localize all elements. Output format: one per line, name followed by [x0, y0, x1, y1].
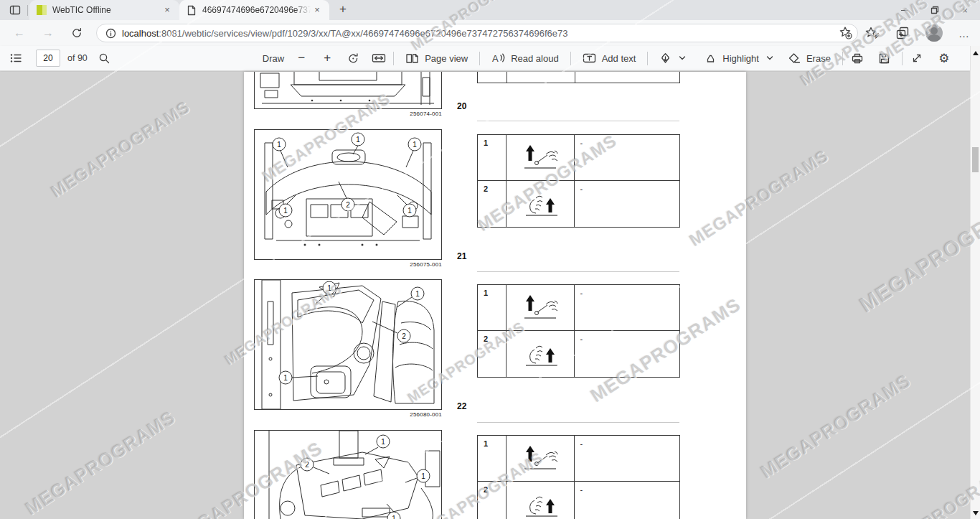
section-number: 21	[457, 251, 466, 261]
pdf-toolbar: of 90 − +	[0, 46, 970, 71]
search-button[interactable]	[95, 48, 115, 68]
tab-webtic[interactable]: WebTIC Offline ×	[29, 0, 179, 20]
read-aloud-button[interactable]: A Read aloud	[484, 48, 566, 68]
restore-icon	[930, 5, 940, 15]
url-path: :8081/webtic/services/view/pdf/1029/3/xx…	[159, 28, 567, 39]
tab-actions-icon	[9, 4, 21, 16]
table-row: 1 -	[478, 436, 679, 482]
refresh-icon	[71, 27, 83, 39]
figure-illustration: 2 1 1 1	[255, 431, 441, 519]
hand-lift-icon	[507, 482, 575, 519]
figure-256080: 1 1 2 1	[254, 279, 442, 410]
callout-label: 1	[381, 438, 385, 446]
step-table-20: 1 - 2	[477, 134, 680, 228]
collections-button[interactable]	[895, 26, 910, 40]
scrollbar-thumb[interactable]	[972, 147, 979, 172]
minimize-button[interactable]	[890, 0, 920, 20]
document-favicon-icon	[187, 5, 197, 15]
callout-label: 2	[305, 461, 309, 469]
toolbar-separator	[902, 52, 903, 65]
back-button[interactable]: ←	[9, 22, 30, 44]
callout-label: 1	[327, 284, 331, 292]
url-host: localhost	[122, 28, 159, 39]
tab-pdf[interactable]: 46697474696e6720496e737472756374696f6e73…	[179, 0, 329, 20]
highlight-label: Highlight	[722, 53, 759, 64]
section-number: 22	[457, 401, 466, 411]
rotate-icon	[347, 52, 359, 65]
toc-button[interactable]	[6, 48, 26, 68]
section-number: 20	[457, 101, 466, 111]
zoom-in-button[interactable]: +	[317, 48, 337, 68]
toolbar-separator	[393, 52, 394, 65]
search-icon	[98, 52, 110, 65]
close-button[interactable]: ×	[950, 0, 980, 20]
draw-options-chevron-icon[interactable]	[679, 55, 686, 61]
favorite-add-button[interactable]	[839, 26, 853, 40]
add-text-button[interactable]: Add text	[575, 48, 644, 68]
profile-avatar[interactable]	[925, 24, 943, 42]
forward-button[interactable]: →	[37, 22, 59, 44]
callout-label: 1	[392, 515, 396, 519]
tab-strip: WebTIC Offline × 46697474696e6720496e737…	[0, 0, 980, 20]
address-bar[interactable]: localhost:8081/webtic/services/view/pdf/…	[96, 24, 858, 42]
refresh-button[interactable]	[66, 22, 88, 44]
save-button[interactable]	[875, 48, 895, 68]
page-view-icon	[405, 52, 419, 65]
avatar-body	[928, 34, 941, 42]
favorites-button[interactable]	[865, 26, 880, 40]
step-number: 1	[478, 436, 507, 481]
site-info-icon[interactable]	[105, 28, 116, 39]
scroll-up-arrow-icon[interactable]	[973, 51, 979, 55]
highlight-options-chevron-icon[interactable]	[766, 55, 773, 61]
hand-lift-icon	[507, 181, 575, 227]
step-number: 2	[478, 482, 507, 519]
toolbar-separator	[842, 52, 843, 65]
step-number: 1	[478, 135, 507, 180]
toolbar-separator	[570, 52, 571, 65]
table-row: 2 -	[478, 331, 679, 377]
zoom-out-button[interactable]: −	[291, 48, 311, 68]
add-text-label: Add text	[602, 53, 636, 64]
hand-lift-icon	[507, 331, 575, 377]
highlighter-icon	[705, 52, 717, 64]
draw-button[interactable]	[652, 48, 693, 68]
browser-window: WebTIC Offline × 46697474696e6720496e737…	[0, 0, 980, 519]
settings-more-button[interactable]: …	[958, 27, 970, 39]
vertical-scrollbar[interactable]	[970, 46, 980, 519]
callout-label: 1	[407, 207, 412, 215]
scroll-down-arrow-icon[interactable]	[973, 511, 979, 515]
tab-actions-button[interactable]	[4, 1, 26, 19]
step-number: 1	[478, 285, 507, 330]
tab-close-icon[interactable]: ×	[311, 4, 324, 17]
print-button[interactable]	[847, 48, 867, 68]
page-count-label: of 90	[67, 53, 88, 63]
table-fragment-top	[477, 72, 680, 83]
step-note: -	[575, 436, 679, 481]
step-table-21: 1 - 2	[477, 284, 680, 378]
section-rule	[477, 422, 679, 423]
rotate-button[interactable]	[343, 48, 363, 68]
callout-label: 1	[277, 141, 281, 149]
restore-button[interactable]	[920, 0, 950, 20]
tab-close-icon[interactable]: ×	[161, 4, 174, 17]
wrench-hand-lift-icon	[507, 135, 575, 180]
draw-label[interactable]: Draw	[263, 53, 284, 64]
page-view-button[interactable]: Page view	[398, 48, 475, 68]
erase-button[interactable]: Erase	[781, 48, 838, 68]
new-tab-button[interactable]: +	[334, 1, 352, 19]
read-aloud-label: Read aloud	[511, 53, 559, 64]
read-aloud-icon: A	[491, 52, 505, 64]
toolbar-separator	[647, 52, 648, 65]
fit-to-width-button[interactable]	[369, 48, 389, 68]
fullscreen-button[interactable]	[907, 48, 927, 68]
step-note: -	[575, 135, 679, 180]
highlight-button[interactable]: Highlight	[697, 48, 781, 68]
pdf-settings-button[interactable]: ⚙	[934, 48, 954, 68]
fullscreen-icon	[911, 52, 923, 64]
fit-to-width-icon	[372, 52, 386, 64]
page-number-input[interactable]	[36, 50, 60, 67]
pdf-page: 256074-001	[244, 72, 746, 519]
draw-pen-icon	[659, 52, 672, 64]
pdf-viewer[interactable]: 256074-001	[0, 72, 970, 519]
print-icon	[851, 52, 864, 65]
